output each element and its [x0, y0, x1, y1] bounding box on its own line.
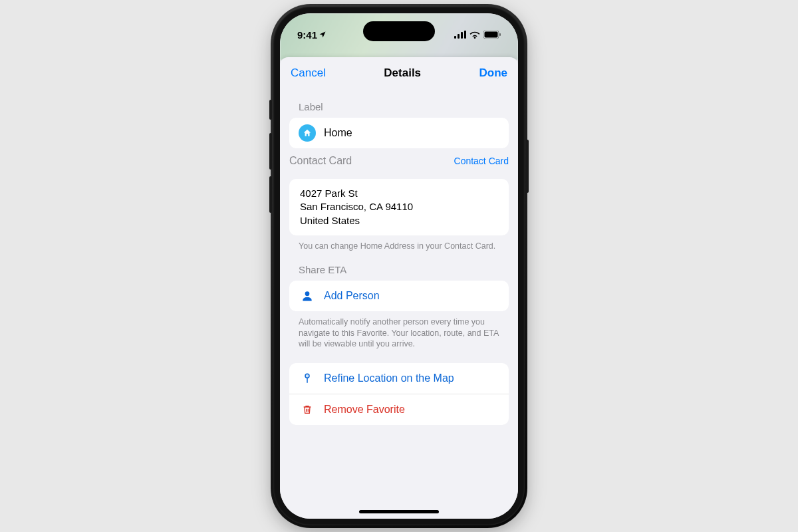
- contact-header-text: Contact Card: [289, 155, 352, 167]
- details-sheet: Cancel Details Done Label Home: [280, 57, 518, 519]
- pin-icon: [299, 370, 316, 387]
- contact-card: 4027 Park St San Francisco, CA 94110 Uni…: [289, 179, 509, 235]
- address-line-3: United States: [300, 214, 498, 227]
- status-time: 9:41: [297, 29, 317, 41]
- add-person-label: Add Person: [324, 290, 380, 302]
- share-eta-header: Share ETA: [280, 252, 518, 279]
- trash-icon: [299, 401, 316, 418]
- share-eta-note: Automatically notify another person ever…: [280, 311, 518, 350]
- add-person-row[interactable]: Add Person: [289, 281, 509, 311]
- screen: 9:41: [280, 13, 518, 519]
- label-section-header: Label: [280, 89, 518, 116]
- svg-rect-6: [499, 33, 501, 36]
- svg-rect-1: [458, 34, 460, 39]
- power-button: [526, 140, 529, 193]
- svg-point-8: [305, 374, 309, 378]
- label-row[interactable]: Home: [289, 118, 509, 148]
- svg-point-7: [305, 291, 310, 296]
- page-title: Details: [384, 66, 421, 80]
- share-eta-card: Add Person: [289, 281, 509, 311]
- volume-up-button: [269, 133, 272, 170]
- contact-card-link[interactable]: Contact Card: [454, 156, 509, 166]
- remove-favorite-label: Remove Favorite: [324, 404, 405, 416]
- cancel-button[interactable]: Cancel: [291, 66, 326, 80]
- address-line-1: 4027 Park St: [300, 187, 498, 200]
- svg-rect-5: [485, 32, 498, 38]
- address-line-2: San Francisco, CA 94110: [300, 200, 498, 213]
- actions-card: Refine Location on the Map Remove Favori…: [289, 363, 509, 425]
- nav-bar: Cancel Details Done: [280, 57, 518, 89]
- contact-footer-note: You can change Home Address in your Cont…: [280, 235, 518, 252]
- battery-icon: [483, 31, 501, 39]
- side-button: [269, 100, 272, 120]
- content-scroll[interactable]: Label Home Contact Card Contact Card: [280, 89, 518, 519]
- cellular-icon: [454, 31, 466, 39]
- refine-location-label: Refine Location on the Map: [324, 372, 454, 384]
- home-icon: [299, 124, 316, 142]
- location-icon: [319, 29, 327, 41]
- svg-rect-0: [454, 36, 456, 39]
- svg-rect-2: [461, 32, 463, 39]
- wifi-icon: [469, 31, 480, 39]
- done-button[interactable]: Done: [479, 66, 507, 80]
- label-value: Home: [324, 127, 352, 139]
- remove-favorite-row[interactable]: Remove Favorite: [289, 394, 509, 425]
- home-indicator[interactable]: [359, 510, 439, 513]
- contact-section-header: Contact Card Contact Card: [280, 148, 518, 178]
- volume-down-button: [269, 176, 272, 213]
- phone-frame: 9:41: [273, 7, 525, 525]
- person-icon: [299, 287, 316, 305]
- dynamic-island: [363, 21, 435, 41]
- refine-location-row[interactable]: Refine Location on the Map: [289, 363, 509, 394]
- svg-rect-3: [464, 31, 466, 39]
- label-card: Home: [289, 118, 509, 148]
- address-block: 4027 Park St San Francisco, CA 94110 Uni…: [289, 179, 509, 235]
